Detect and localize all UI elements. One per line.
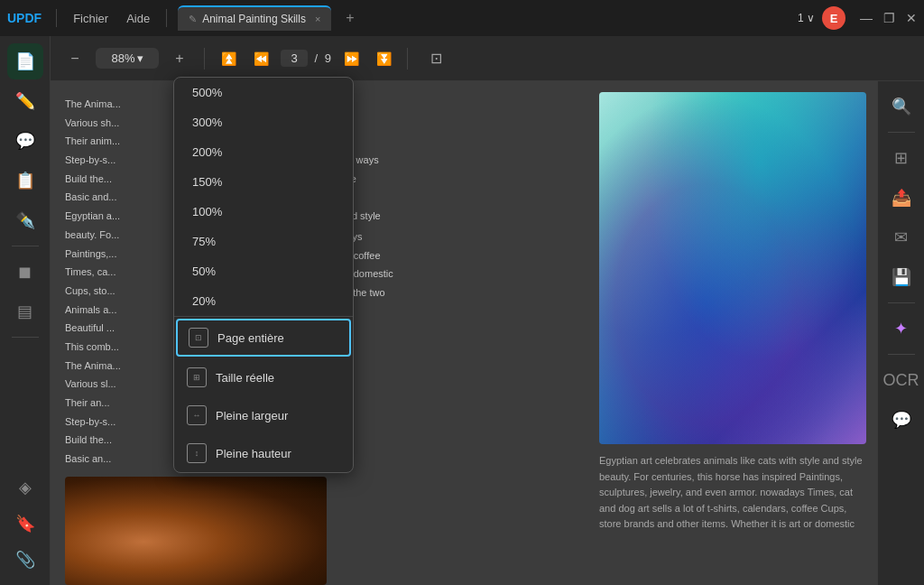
zoom-dropdown-arrow: ▾ bbox=[137, 51, 143, 65]
sidebar-sep-2 bbox=[12, 337, 39, 338]
zoom-dropdown[interactable]: 500% 300% 200% 150% 100% 75% 50% 20% ⊡ P… bbox=[173, 77, 354, 473]
menu-fichier[interactable]: Fichier bbox=[68, 12, 114, 25]
right-sep-2 bbox=[888, 302, 915, 303]
page-entiere-icon: ⊡ bbox=[189, 328, 208, 348]
sidebar-icon-reader[interactable]: 📄 bbox=[7, 43, 43, 79]
right-sidebar-search[interactable]: 🔍 bbox=[883, 88, 919, 125]
restore-button[interactable]: ❐ bbox=[883, 11, 895, 25]
sidebar-sep-1 bbox=[12, 246, 39, 246]
right-sep-1 bbox=[888, 132, 915, 133]
tab-close-button[interactable]: × bbox=[315, 14, 320, 24]
page-first-button[interactable]: ⏫ bbox=[216, 46, 241, 71]
zoom-pleine-hauteur[interactable]: ↕ Pleine hauteur bbox=[174, 434, 353, 472]
sidebar-icon-attach[interactable]: 📎 bbox=[7, 542, 43, 578]
pdf-rline-11: is art or domestic bbox=[318, 265, 570, 283]
zoom-option-20[interactable]: 20% bbox=[174, 286, 353, 316]
present-button[interactable]: ⊡ bbox=[422, 45, 449, 72]
zoom-taille-reelle-label: Taille réelle bbox=[216, 371, 274, 385]
toolbar-sep-2 bbox=[407, 48, 408, 70]
sidebar-icon-redact[interactable]: ◼ bbox=[7, 254, 43, 290]
pdf-rline-10: endars, coffee bbox=[318, 247, 570, 265]
right-sep-3 bbox=[888, 354, 915, 355]
watercolor-bg bbox=[599, 92, 866, 444]
app-logo: UPDF bbox=[7, 11, 42, 25]
zoom-taille-reelle[interactable]: ⊞ Taille réelle bbox=[174, 358, 353, 396]
zoom-divider bbox=[174, 316, 353, 317]
sep-1 bbox=[56, 9, 57, 27]
right-sidebar-save[interactable]: 💾 bbox=[883, 259, 919, 295]
sidebar-icon-layers[interactable]: ◈ bbox=[7, 469, 43, 506]
right-sidebar-view[interactable]: ⊞ bbox=[883, 140, 919, 176]
user-avatar[interactable]: E bbox=[822, 6, 845, 30]
sidebar-icon-edit[interactable]: ✏️ bbox=[7, 83, 43, 119]
minimize-button[interactable]: — bbox=[860, 11, 873, 25]
pdf-rline-1: ple with bbox=[318, 96, 570, 113]
sidebar-icon-pages[interactable]: ▤ bbox=[7, 293, 43, 330]
pdf-rline-7: style and style bbox=[318, 208, 570, 225]
zoom-option-75[interactable]: 75% bbox=[174, 227, 353, 256]
titlebar: UPDF Fichier Aide ✎ Animal Painting Skil… bbox=[0, 0, 924, 36]
page-total: 9 bbox=[325, 51, 331, 65]
pdf-rline-3: ies and bbox=[318, 133, 570, 150]
zoom-option-150[interactable]: 150% bbox=[174, 167, 353, 197]
left-sidebar: 📄 ✏️ 💬 📋 ✒️ ◼ ▤ ◈ 🔖 📎 bbox=[0, 36, 51, 585]
page-num-display[interactable]: 1 ∨ bbox=[798, 12, 815, 24]
pdf-rline-6: choose bbox=[318, 189, 570, 206]
window-controls: — ❐ ✕ bbox=[860, 11, 917, 25]
pdf-rline-9: nowadays bbox=[318, 228, 570, 246]
watercolor-caption: Egyptian art celebrates animals like cat… bbox=[599, 453, 866, 533]
zoom-option-50[interactable]: 50% bbox=[174, 256, 353, 286]
tab-title: Animal Painting Skills bbox=[202, 13, 306, 25]
pdf-rline-12: ation of the two bbox=[318, 284, 570, 302]
zoom-out-button[interactable]: − bbox=[61, 45, 88, 72]
zoom-option-300[interactable]: 300% bbox=[174, 107, 353, 137]
tab-icon: ✎ bbox=[189, 14, 197, 25]
watercolor-image bbox=[599, 92, 866, 444]
zoom-in-button[interactable]: + bbox=[166, 45, 193, 72]
toolbar: − 88% ▾ + ⏫ ⏪ / 9 ⏩ ⏬ ⊡ bbox=[51, 36, 924, 81]
sidebar-icon-form[interactable]: 📋 bbox=[7, 162, 43, 199]
zoom-display[interactable]: 88% ▾ bbox=[96, 48, 159, 69]
zoom-pleine-largeur[interactable]: ↔ Pleine largeur bbox=[174, 396, 353, 434]
right-sidebar-share[interactable]: ✉ bbox=[883, 219, 919, 255]
menu-aide[interactable]: Aide bbox=[121, 12, 155, 25]
close-button[interactable]: ✕ bbox=[906, 11, 917, 25]
toolbar-sep-1 bbox=[204, 48, 205, 70]
pdf-rline-5: are quite bbox=[318, 171, 570, 188]
zoom-page-entiere-label: Page entière bbox=[217, 331, 284, 345]
zoom-option-100[interactable]: 100% bbox=[174, 197, 353, 227]
pdf-rline-2: ement bbox=[318, 115, 570, 132]
pleine-hauteur-icon: ↕ bbox=[187, 443, 207, 463]
page-nav: / 9 bbox=[281, 50, 331, 67]
zoom-pleine-hauteur-label: Pleine hauteur bbox=[216, 447, 291, 460]
zoom-pleine-largeur-label: Pleine largeur bbox=[216, 409, 288, 422]
page-next-fast-button[interactable]: ⏩ bbox=[338, 46, 364, 71]
titlebar-right: 1 ∨ E — ❐ ✕ bbox=[798, 6, 917, 30]
zoom-page-entiere[interactable]: ⊡ Page entière bbox=[176, 319, 351, 357]
sidebar-icon-bookmark[interactable]: 🔖 bbox=[7, 506, 43, 542]
pdf-bottom-image-inner bbox=[65, 477, 327, 585]
pleine-largeur-icon: ↔ bbox=[187, 405, 207, 425]
zoom-option-500[interactable]: 500% bbox=[174, 78, 353, 107]
right-image-panel: Egyptian art celebrates animals like cat… bbox=[588, 81, 877, 585]
sidebar-bottom-group: ◈ 🔖 📎 bbox=[7, 469, 43, 578]
active-tab[interactable]: ✎ Animal Painting Skills × bbox=[178, 5, 331, 31]
page-last-button[interactable]: ⏬ bbox=[371, 46, 396, 71]
page-prev-fast-button[interactable]: ⏪ bbox=[248, 46, 273, 71]
pdf-bottom-image bbox=[65, 477, 327, 585]
pdf-text-right: ple with ement ies and different ways ar… bbox=[318, 96, 570, 469]
add-tab-button[interactable]: + bbox=[338, 10, 361, 26]
right-sidebar-ocr[interactable]: OCR bbox=[883, 362, 919, 398]
page-input-field[interactable] bbox=[281, 50, 308, 67]
main-layout: 📄 ✏️ 💬 📋 ✒️ ◼ ▤ ◈ 🔖 📎 − 88% ▾ + ⏫ ⏪ / 9 … bbox=[0, 36, 924, 585]
page-sep: / bbox=[311, 51, 321, 65]
right-sidebar-chat[interactable]: 💬 bbox=[883, 402, 919, 438]
sidebar-icon-annotate[interactable]: 💬 bbox=[7, 123, 43, 159]
zoom-option-200[interactable]: 200% bbox=[174, 137, 353, 167]
pdf-rline-4: different ways bbox=[318, 152, 570, 169]
right-sidebar-export[interactable]: 📤 bbox=[883, 180, 919, 216]
taille-reelle-icon: ⊞ bbox=[187, 367, 207, 387]
sep-2 bbox=[166, 9, 167, 27]
right-sidebar-ai[interactable]: ✦ bbox=[883, 311, 919, 347]
sidebar-icon-sign[interactable]: ✒️ bbox=[7, 202, 43, 238]
